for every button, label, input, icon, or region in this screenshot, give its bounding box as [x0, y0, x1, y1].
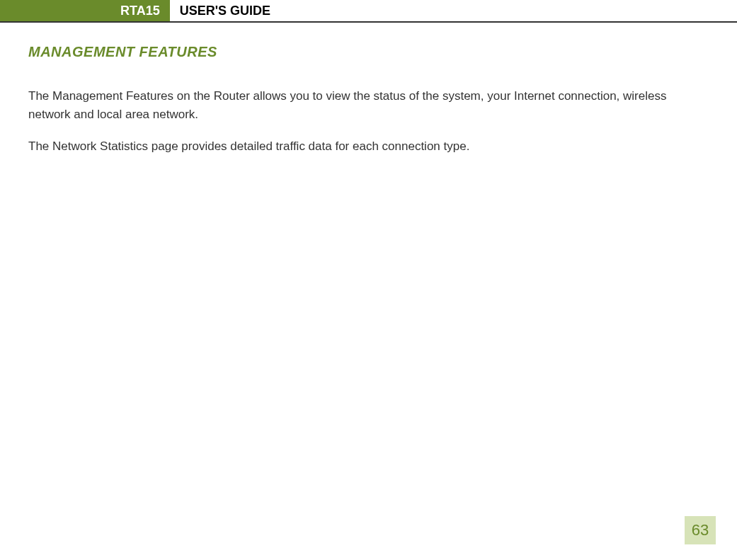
- page-content: MANAGEMENT FEATURES The Management Featu…: [0, 23, 737, 156]
- document-title: USER'S GUIDE: [170, 0, 280, 21]
- body-paragraph-2: The Network Statistics page provides det…: [28, 137, 709, 156]
- header-bar: RTA15 USER'S GUIDE: [0, 0, 737, 23]
- body-paragraph-1: The Management Features on the Router al…: [28, 87, 709, 125]
- page-number: 63: [685, 516, 716, 544]
- product-badge: RTA15: [0, 0, 170, 21]
- section-heading: MANAGEMENT FEATURES: [28, 44, 709, 60]
